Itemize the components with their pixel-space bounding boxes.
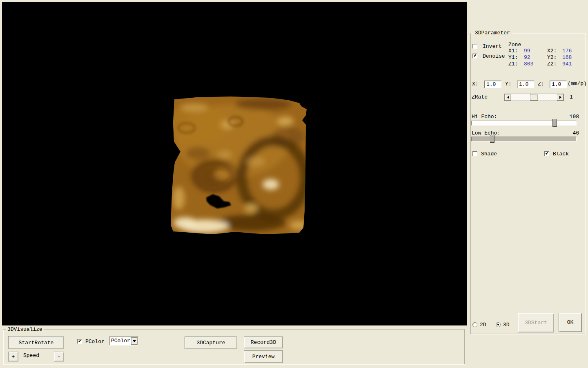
app-window: { "colors": { "window_bg": "#ece9d8", "v…	[0, 0, 588, 368]
3dstart-button[interactable]: 3DStart	[518, 313, 554, 332]
hi-echo-slider[interactable]	[471, 121, 577, 126]
mode-3d-radio[interactable]	[496, 322, 501, 327]
zone-y1-value: 92	[524, 54, 530, 61]
start-rotate-button[interactable]: StartRotate	[8, 336, 64, 349]
mode-2d-radio[interactable]	[472, 322, 477, 327]
low-echo-slider-track[interactable]	[471, 137, 577, 141]
zrate-scroll-left-icon[interactable]	[505, 94, 511, 101]
record3d-button[interactable]: Record3D	[244, 337, 283, 348]
pcolor-combobox-value: PColor	[111, 338, 130, 344]
y-spacing-input[interactable]	[517, 81, 534, 88]
combobox-dropdown-icon[interactable]	[131, 337, 138, 345]
invert-checkbox[interactable]	[472, 44, 477, 49]
zone-z1-label: Z1:	[508, 61, 518, 67]
preview-button[interactable]: Preview	[244, 350, 283, 363]
low-echo-slider-thumb[interactable]	[490, 135, 494, 143]
denoise-label: Denoise	[483, 53, 505, 59]
low-echo-slider[interactable]	[471, 137, 577, 141]
zrate-label: ZRate	[472, 94, 488, 100]
zone-z1-value: 803	[524, 61, 533, 67]
group-3dparameter: 3DParameter	[470, 33, 585, 334]
pcolor-label: PColor	[85, 339, 105, 345]
zone-z2-value: 941	[562, 61, 572, 67]
speed-minus-button[interactable]: -	[54, 352, 64, 361]
check-icon	[546, 152, 548, 155]
pcolor-checkbox[interactable]	[77, 339, 82, 344]
spacing-unit-label: (mm/p)	[568, 81, 587, 87]
denoise-checkbox[interactable]	[472, 54, 477, 58]
black-checkbox[interactable]	[544, 151, 549, 156]
hi-echo-slider-thumb[interactable]	[552, 119, 557, 127]
zrate-scroll-right-icon[interactable]	[557, 94, 564, 101]
y-spacing-label: Y:	[505, 81, 512, 87]
group-3dparameter-title: 3DParameter	[473, 30, 512, 36]
zone-y2-label: Y2:	[547, 54, 557, 61]
check-icon	[78, 339, 81, 342]
zone-z2-label: Z2:	[547, 61, 557, 67]
mode-3d-label: 3D	[503, 322, 510, 328]
z-spacing-label: Z:	[538, 81, 544, 87]
zone-x2-label: X2:	[547, 48, 557, 54]
ok-button[interactable]: OK	[559, 313, 582, 332]
3dcapture-button[interactable]: 3DCapture	[185, 337, 237, 349]
zrate-scrollbar-thumb[interactable]	[530, 94, 538, 101]
x-spacing-input[interactable]	[484, 81, 501, 88]
zone-x1-value: 99	[524, 48, 530, 54]
check-icon	[474, 54, 476, 57]
black-label: Black	[553, 151, 569, 157]
shade-checkbox[interactable]	[472, 151, 477, 156]
hi-echo-slider-track[interactable]	[471, 121, 577, 126]
mode-2d-label: 2D	[480, 322, 486, 328]
low-echo-value: 46	[563, 130, 579, 136]
group-3dvisualize-title: 3DVisualize	[6, 326, 44, 332]
zrate-scrollbar[interactable]	[504, 94, 564, 101]
zone-y2-value: 168	[562, 54, 572, 61]
z-spacing-input[interactable]	[550, 81, 567, 88]
pcolor-combobox[interactable]: PColor	[109, 337, 138, 346]
x-spacing-label: X:	[472, 81, 479, 87]
speed-plus-button[interactable]: +	[8, 352, 18, 361]
shade-label: Shade	[481, 151, 497, 157]
speed-label: Speed	[23, 352, 39, 359]
zone-x2-value: 176	[562, 48, 572, 54]
render-viewport[interactable]	[2, 2, 467, 325]
ultrasound-render-image	[2, 2, 467, 325]
zrate-value: 1	[570, 94, 573, 100]
hi-echo-value: 198	[563, 114, 579, 120]
low-echo-label: Low Echo:	[472, 130, 500, 136]
invert-label: Invert	[483, 43, 502, 49]
zone-label: Zone	[508, 42, 521, 48]
zone-x1-label: X1:	[508, 48, 518, 54]
hi-echo-label: Hi Echo:	[472, 114, 497, 120]
zone-y1-label: Y1:	[508, 54, 518, 61]
radio-dot-icon	[497, 324, 499, 325]
